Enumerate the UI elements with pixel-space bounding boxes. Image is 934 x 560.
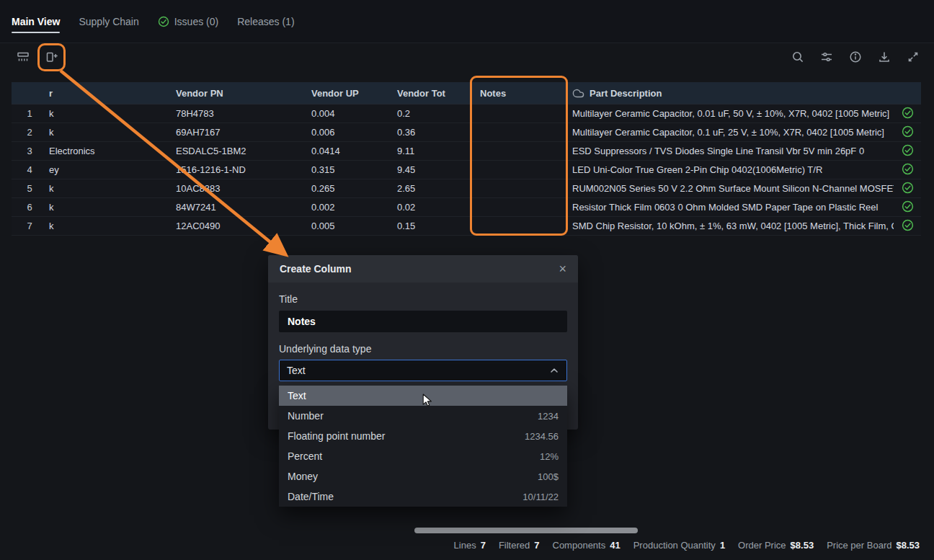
table-row[interactable]: 3 Electronics ESDALC5-1BM2 0.0414 9.11 E… xyxy=(12,142,921,161)
info-icon xyxy=(848,50,863,66)
cell-vendor[interactable]: k xyxy=(48,105,170,123)
cell-status[interactable] xyxy=(894,123,921,142)
table-row[interactable]: 7 k 12AC0490 0.005 0.15 SMD Chip Resisto… xyxy=(12,217,921,236)
cell-vendor-pn[interactable]: 84W7241 xyxy=(170,198,306,217)
cell-status[interactable] xyxy=(894,217,921,236)
cell-vendor-pn[interactable]: 78H4783 xyxy=(170,105,306,123)
status-bar: Lines 7 Filtered 7 Components 41 Product… xyxy=(0,530,934,560)
cell-vendor-up[interactable]: 0.265 xyxy=(306,179,391,198)
cell-vendor[interactable]: Electronics xyxy=(48,142,170,161)
row-number[interactable]: 2 xyxy=(12,123,48,142)
cell-notes[interactable] xyxy=(474,198,566,217)
cell-part-description[interactable]: RUM002N05 Series 50 V 2.2 Ohm Surface Mo… xyxy=(566,179,894,198)
row-number[interactable]: 3 xyxy=(12,142,48,161)
cell-vendor-pn[interactable]: 12AC0490 xyxy=(170,217,306,236)
cell-vendor-pn[interactable]: ESDALC5-1BM2 xyxy=(170,142,306,161)
col-header-vendor-total[interactable]: Vendor Tot xyxy=(391,82,474,105)
cell-notes[interactable] xyxy=(474,179,566,198)
column-title-input[interactable] xyxy=(279,311,567,332)
cell-part-description[interactable]: Multilayer Ceramic Capacitor, 0.1 uF, 25… xyxy=(566,123,894,142)
tab-label: Main View xyxy=(12,16,60,27)
cell-vendor-up[interactable]: 0.004 xyxy=(306,105,391,123)
cell-status[interactable] xyxy=(894,142,921,161)
cell-status[interactable] xyxy=(894,198,921,217)
cell-vendor-pn[interactable]: 69AH7167 xyxy=(170,123,306,142)
cell-vendor-total[interactable]: 0.02 xyxy=(391,198,474,217)
tab-main-view[interactable]: Main View xyxy=(12,0,60,43)
dropdown-option-money[interactable]: Money 100$ xyxy=(279,466,567,486)
table-header-row: r Vendor PN Vendor UP Vendor Tot Notes P… xyxy=(12,82,921,105)
row-number[interactable]: 6 xyxy=(12,198,48,217)
cell-status[interactable] xyxy=(894,105,921,123)
cell-notes[interactable] xyxy=(474,217,566,236)
tab-issues[interactable]: Issues (0) xyxy=(158,0,218,43)
table-row[interactable]: 2 k 69AH7167 0.006 0.36 Multilayer Ceram… xyxy=(12,123,921,142)
close-icon[interactable]: × xyxy=(559,262,566,275)
cell-vendor-total[interactable]: 0.2 xyxy=(391,105,474,123)
cell-part-description[interactable]: ESD Suppressors / TVS Diodes Single Line… xyxy=(566,142,894,161)
table-row[interactable]: 5 k 10AC8383 0.265 2.65 RUM002N05 Series… xyxy=(12,179,921,198)
dropdown-option-number[interactable]: Number 1234 xyxy=(279,406,567,426)
cell-part-description[interactable]: LED Uni-Color True Green 2-Pin Chip 0402… xyxy=(566,161,894,179)
cell-vendor-up[interactable]: 0.002 xyxy=(306,198,391,217)
cell-part-description[interactable]: SMD Chip Resistor, 10 kOhm, ± 1%, 63 mW,… xyxy=(566,217,894,236)
cell-vendor[interactable]: k xyxy=(48,217,170,236)
info-button[interactable] xyxy=(845,48,866,68)
cell-part-description[interactable]: Multilayer Ceramic Capacitor, 0.01 uF, 5… xyxy=(566,105,894,123)
dropdown-option-float[interactable]: Floating point number 1234.56 xyxy=(279,426,567,446)
insert-row-button[interactable] xyxy=(12,47,34,68)
download-button[interactable] xyxy=(874,48,894,68)
dropdown-option-percent[interactable]: Percent 12% xyxy=(279,446,567,466)
col-header-vendor-pn[interactable]: Vendor PN xyxy=(170,82,306,105)
stat-components: Components 41 xyxy=(553,540,621,551)
dropdown-option-text[interactable]: Text xyxy=(279,386,567,406)
row-number[interactable]: 4 xyxy=(12,161,48,179)
cell-vendor-total[interactable]: 2.65 xyxy=(391,179,474,198)
table-row[interactable]: 6 k 84W7241 0.002 0.02 Resistor Thick Fi… xyxy=(12,198,921,217)
insert-column-button[interactable] xyxy=(41,47,63,68)
stat-value: $8.53 xyxy=(791,540,814,551)
row-number[interactable]: 5 xyxy=(12,179,48,198)
cell-vendor-up[interactable]: 0.315 xyxy=(306,161,391,179)
col-header-notes[interactable]: Notes xyxy=(474,82,566,105)
cell-vendor[interactable]: ey xyxy=(48,161,170,179)
cell-vendor-pn[interactable]: 10AC8383 xyxy=(170,179,306,198)
cell-status[interactable] xyxy=(894,179,921,198)
cell-vendor-pn[interactable]: 1516-1216-1-ND xyxy=(170,161,306,179)
col-header-vendor[interactable]: r xyxy=(48,82,170,105)
expand-button[interactable] xyxy=(903,48,923,68)
row-number[interactable]: 7 xyxy=(12,217,48,236)
col-header-rownum xyxy=(12,82,48,105)
cell-vendor-up[interactable]: 0.0414 xyxy=(306,142,391,161)
cell-notes[interactable] xyxy=(474,161,566,179)
cell-part-description[interactable]: Resistor Thick Film 0603 0 Ohm Molded SM… xyxy=(566,198,894,217)
cell-vendor-total[interactable]: 9.11 xyxy=(391,142,474,161)
download-icon xyxy=(877,50,891,66)
stat-label: Price per Board xyxy=(827,540,891,551)
cell-status[interactable] xyxy=(894,161,921,179)
col-header-part-description[interactable]: Part Description xyxy=(566,82,894,105)
tab-supply-chain[interactable]: Supply Chain xyxy=(79,0,138,43)
check-circle-icon xyxy=(158,16,169,27)
table-row[interactable]: 1 k 78H4783 0.004 0.2 Multilayer Ceramic… xyxy=(12,105,921,123)
data-type-select[interactable]: Text xyxy=(279,360,567,381)
tab-label: Releases (1) xyxy=(237,16,294,27)
cell-vendor-total[interactable]: 0.36 xyxy=(391,123,474,142)
cell-vendor-total[interactable]: 9.45 xyxy=(391,161,474,179)
row-number[interactable]: 1 xyxy=(12,105,48,123)
col-header-vendor-up[interactable]: Vendor UP xyxy=(306,82,391,105)
filter-button[interactable] xyxy=(817,48,837,68)
table-row[interactable]: 4 ey 1516-1216-1-ND 0.315 9.45 LED Uni-C… xyxy=(12,161,921,179)
dropdown-option-datetime[interactable]: Date/Time 10/11/22 xyxy=(279,486,567,507)
cell-notes[interactable] xyxy=(474,105,566,123)
cell-notes[interactable] xyxy=(474,142,566,161)
cell-vendor-up[interactable]: 0.006 xyxy=(306,123,391,142)
cell-notes[interactable] xyxy=(474,123,566,142)
tab-releases[interactable]: Releases (1) xyxy=(237,0,294,43)
cell-vendor[interactable]: k xyxy=(48,123,170,142)
cell-vendor-total[interactable]: 0.15 xyxy=(391,217,474,236)
search-button[interactable] xyxy=(788,48,808,68)
cell-vendor-up[interactable]: 0.005 xyxy=(306,217,391,236)
cell-vendor[interactable]: k xyxy=(48,179,170,198)
cell-vendor[interactable]: k xyxy=(48,198,170,217)
